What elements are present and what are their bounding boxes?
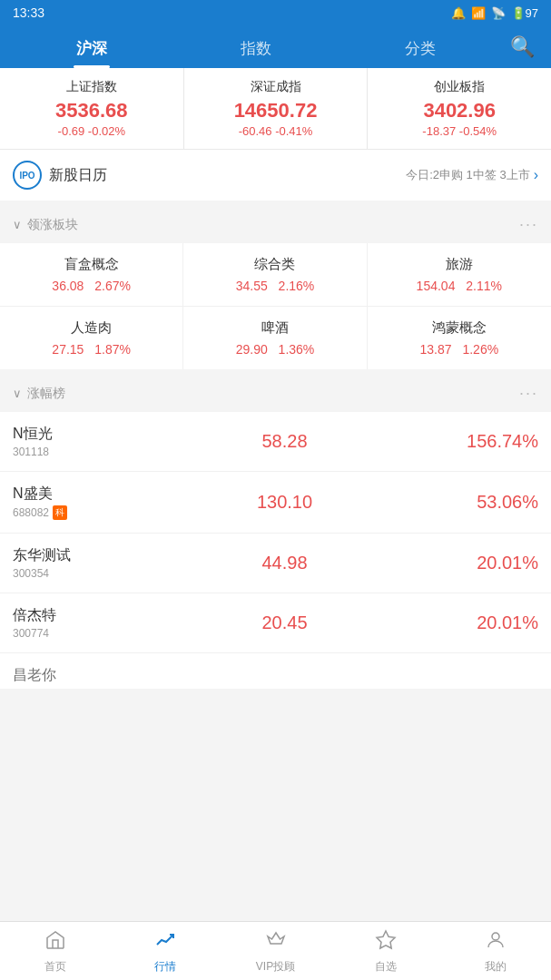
bottom-nav: 首页 行情 VIP投顾 自选 [0,921,551,980]
sector-chevron-icon: ∨ [13,218,22,231]
user-icon [485,929,507,956]
stock-pct-1: 53.06% [448,492,538,513]
market-icon [154,929,176,956]
status-time: 13:33 [13,5,44,20]
battery-icon: 🔋97 [511,6,538,20]
rise-row-0[interactable]: N恒光 301118 58.28 156.74% [0,412,551,472]
sector-section-header: ∨ 领涨板块 ··· [0,206,551,243]
sector-item-4[interactable]: 啤酒 29.90 1.36% [183,307,367,369]
stock-pct-3: 20.01% [448,612,538,633]
sector-more-icon[interactable]: ··· [519,215,538,234]
nav-item-mine[interactable]: 我的 [441,922,551,980]
nav-label-home: 首页 [44,959,66,975]
stock-pct-2: 20.01% [448,553,538,573]
stock-pct-0: 156.74% [448,431,538,452]
index-shenzhen[interactable]: 深证成指 14650.72 -60.46 -0.41% [184,68,369,149]
index-chuangye[interactable]: 创业板指 3402.96 -18.37 -0.54% [368,68,551,149]
rise-section-header: ∨ 涨幅榜 ··· [0,375,551,412]
rise-row-3[interactable]: 倍杰特 300774 20.45 20.01% [0,593,551,653]
nav-label-watchlist: 自选 [375,959,397,975]
stock-info-2: 东华测试 300354 [13,546,122,580]
status-bar: 13:33 🔔 📶 📡 🔋97 [0,0,551,25]
nav-item-vip[interactable]: VIP投顾 [221,922,330,980]
svg-marker-0 [377,931,395,948]
stock-price-2: 44.98 [122,553,448,573]
stock-info-1: N盛美 688082 科 [13,485,122,520]
status-icons: 🔔 📶 📡 🔋97 [451,6,538,20]
sector-item-5[interactable]: 鸿蒙概念 13.87 1.26% [368,307,551,369]
index-shangzheng[interactable]: 上证指数 3536.68 -0.69 -0.02% [0,68,184,149]
stock-info-truncated: 昌老你 [13,666,122,685]
search-button[interactable]: 🔍 [503,26,542,68]
stock-price-0: 58.28 [122,431,448,452]
stock-price-1: 130.10 [122,492,448,513]
sector-item-3[interactable]: 人造肉 27.15 1.87% [0,307,183,369]
ipo-chevron-icon: › [534,167,538,183]
bell-icon: 🔔 [451,6,466,20]
ipo-bar[interactable]: IPO 新股日历 今日:2申购 1中签 3上市 › [0,150,551,206]
svg-point-1 [492,933,499,940]
stock-info-0: N恒光 301118 [13,425,122,458]
rise-more-icon[interactable]: ··· [519,384,538,403]
nav-label-mine: 我的 [485,959,507,975]
ipo-title: 新股日历 [49,166,107,185]
sim-icon: 📶 [471,6,486,20]
stock-price-3: 20.45 [122,612,448,633]
tab-zhishu[interactable]: 指数 [173,25,338,68]
star-icon [375,929,397,956]
ipo-icon: IPO [13,161,42,190]
tab-hushen[interactable]: 沪深 [9,25,173,68]
home-icon [44,929,66,956]
tab-fenlei[interactable]: 分类 [339,25,503,68]
sector-item-2[interactable]: 旅游 154.04 2.11% [368,243,551,307]
sector-grid: 盲盒概念 36.08 2.67% 综合类 34.55 2.16% 旅游 154.… [0,243,551,375]
sector-item-0[interactable]: 盲盒概念 36.08 2.67% [0,243,183,307]
nav-label-market: 行情 [154,959,176,975]
rise-chevron-icon: ∨ [13,387,22,400]
index-row: 上证指数 3536.68 -0.69 -0.02% 深证成指 14650.72 … [0,68,551,150]
wifi-icon: 📡 [491,6,506,20]
ke-badge: 科 [53,505,67,520]
nav-item-market[interactable]: 行情 [110,922,220,980]
nav-label-vip: VIP投顾 [256,959,295,975]
sector-item-1[interactable]: 综合类 34.55 2.16% [183,243,367,307]
rise-row-truncated[interactable]: 昌老你 [0,653,551,689]
ipo-info: 今日:2申购 1中签 3上市 › [406,167,538,183]
vip-icon [265,929,287,956]
rise-table: N恒光 301118 58.28 156.74% N盛美 688082 科 13… [0,412,551,689]
rise-section-title: 涨幅榜 [27,386,519,402]
rise-row-2[interactable]: 东华测试 300354 44.98 20.01% [0,534,551,593]
rise-row-1[interactable]: N盛美 688082 科 130.10 53.06% [0,472,551,534]
nav-item-home[interactable]: 首页 [0,922,110,980]
nav-item-watchlist[interactable]: 自选 [330,922,440,980]
sector-section-title: 领涨板块 [27,217,519,233]
stock-info-3: 倍杰特 300774 [13,606,122,640]
top-tab-bar: 沪深 指数 分类 🔍 [0,25,551,68]
